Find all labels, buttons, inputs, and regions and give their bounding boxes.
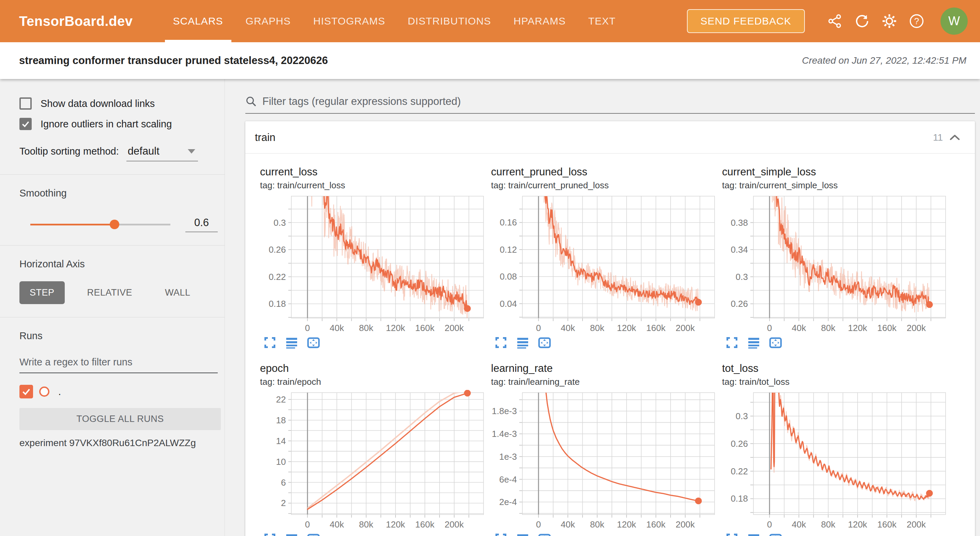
line-chart-tot_loss[interactable]: 0.180.220.260.3040k80k120k160k200k	[722, 390, 953, 530]
expand-chart-button[interactable]	[724, 531, 740, 536]
line-chart-current_loss[interactable]: 0.180.220.260.3040k80k120k160k200k	[260, 193, 491, 334]
expand-chart-button[interactable]	[262, 335, 278, 351]
tag-filter-bar	[245, 95, 975, 114]
svg-text:80k: 80k	[359, 323, 374, 333]
chart-title: epoch	[260, 362, 491, 374]
train-card-header[interactable]: train 11	[245, 121, 975, 154]
svg-text:120k: 120k	[386, 519, 405, 530]
header-actions: SEND FEEDBACK ?	[687, 8, 968, 35]
ignore-outliers-checkbox[interactable]: Ignore outliers in chart scaling	[19, 118, 218, 130]
line-chart-current_simple_loss[interactable]: 0.260.30.340.38040k80k120k160k200k	[722, 193, 953, 334]
svg-text:0: 0	[536, 519, 541, 530]
chart-card-learning_rate: learning_ratetag: train/learning_rate2e-…	[491, 362, 722, 536]
fit-domain-button[interactable]	[537, 531, 552, 536]
chevron-up-icon[interactable]	[949, 133, 961, 142]
svg-text:0.26: 0.26	[269, 244, 286, 255]
svg-text:0.18: 0.18	[730, 493, 748, 504]
svg-text:1.8e-3: 1.8e-3	[492, 406, 517, 416]
horizontal-axis-label: Horizontal Axis	[19, 258, 218, 270]
run-checkbox-checked[interactable]	[19, 385, 33, 398]
runs-label: Runs	[19, 330, 218, 341]
line-chart-current_pruned_loss[interactable]: 0.040.080.120.16040k80k120k160k200k	[491, 193, 722, 334]
line-chart-learning_rate[interactable]: 2e-46e-41e-31.4e-31.8e-3040k80k120k160k2…	[491, 390, 722, 530]
divider	[0, 317, 224, 317]
expand-chart-button[interactable]	[262, 531, 278, 536]
svg-text:2e-4: 2e-4	[499, 497, 517, 507]
lines-icon	[516, 532, 530, 536]
help-icon[interactable]: ?	[909, 14, 924, 29]
runs-list-button[interactable]	[515, 335, 531, 351]
chart-tag: tag: train/current_simple_loss	[722, 180, 953, 191]
fit-to-data-icon	[538, 532, 551, 536]
svg-text:0: 0	[536, 323, 541, 333]
svg-text:0.22: 0.22	[730, 466, 748, 476]
chart-title: current_pruned_loss	[491, 166, 722, 178]
svg-text:80k: 80k	[590, 519, 605, 530]
svg-text:160k: 160k	[415, 323, 435, 333]
svg-text:120k: 120k	[848, 323, 867, 333]
chart-toolbar	[260, 335, 491, 351]
share-icon[interactable]	[827, 14, 842, 29]
tab-scalars[interactable]: SCALARS	[170, 0, 227, 42]
send-feedback-button[interactable]: SEND FEEDBACK	[687, 9, 805, 33]
runs-list-button[interactable]	[284, 335, 299, 351]
fullscreen-icon	[725, 336, 739, 349]
tooltip-sorting-select[interactable]: default	[126, 145, 198, 162]
svg-text:0: 0	[767, 519, 772, 530]
runs-list-button[interactable]	[284, 531, 299, 536]
fullscreen-icon	[725, 532, 739, 536]
fit-to-data-icon	[769, 336, 783, 349]
slider-fill	[30, 224, 115, 225]
runs-filter-input[interactable]	[19, 357, 218, 373]
fit-domain-button[interactable]	[768, 335, 783, 351]
axis-option-relative[interactable]: RELATIVE	[77, 281, 143, 304]
divider	[0, 174, 224, 175]
main-area: train 11 current_losstag: train/current_…	[225, 79, 980, 536]
svg-text:0.3: 0.3	[274, 217, 286, 228]
chevron-down-icon	[188, 149, 195, 154]
tab-histograms[interactable]: HISTOGRAMS	[310, 0, 388, 42]
svg-text:40k: 40k	[330, 323, 345, 333]
expand-chart-button[interactable]	[493, 531, 509, 536]
checkbox-checked-icon[interactable]	[19, 118, 32, 130]
run-name: .	[58, 386, 61, 397]
slider-thumb[interactable]	[110, 220, 119, 229]
nav-tabs: SCALARSGRAPHSHISTOGRAMSDISTRIBUTIONSHPAR…	[170, 0, 635, 42]
refresh-icon[interactable]	[854, 14, 870, 29]
tab-distributions[interactable]: DISTRIBUTIONS	[404, 0, 495, 42]
lines-icon	[285, 336, 299, 349]
expand-chart-button[interactable]	[493, 335, 509, 351]
user-avatar[interactable]: W	[940, 8, 968, 35]
show-download-links-checkbox[interactable]: Show data download links	[19, 97, 218, 109]
settings-gear-icon[interactable]	[882, 14, 897, 29]
smoothing-value[interactable]: 0.6	[185, 217, 218, 232]
tab-graphs[interactable]: GRAPHS	[242, 0, 294, 42]
svg-text:0.16: 0.16	[500, 217, 517, 227]
line-chart-epoch[interactable]: 2610141822040k80k120k160k200k	[260, 390, 491, 530]
runs-list-button[interactable]	[746, 531, 762, 536]
checkbox-unchecked-icon[interactable]	[19, 97, 32, 109]
svg-text:40k: 40k	[561, 323, 576, 333]
runs-list-button[interactable]	[746, 335, 762, 351]
svg-text:200k: 200k	[676, 323, 695, 333]
expand-chart-button[interactable]	[724, 335, 740, 351]
axis-option-step[interactable]: STEP	[19, 281, 65, 304]
svg-text:200k: 200k	[907, 519, 926, 530]
axis-option-wall[interactable]: WALL	[155, 281, 201, 304]
fit-domain-button[interactable]	[537, 335, 552, 351]
fit-domain-button[interactable]	[305, 531, 321, 536]
chart-tag: tag: train/current_loss	[260, 180, 491, 191]
run-color-swatch[interactable]	[39, 387, 49, 397]
runs-list-button[interactable]	[515, 531, 531, 536]
svg-text:120k: 120k	[386, 323, 405, 333]
svg-text:0.3: 0.3	[736, 272, 748, 282]
tag-filter-input[interactable]	[262, 95, 975, 108]
tab-text[interactable]: TEXT	[585, 0, 619, 42]
toggle-all-runs-button[interactable]: TOGGLE ALL RUNS	[19, 408, 221, 430]
chart-title: current_loss	[260, 166, 491, 178]
fit-domain-button[interactable]	[768, 531, 783, 536]
svg-text:2: 2	[281, 498, 286, 508]
tab-hparams[interactable]: HPARAMS	[510, 0, 569, 42]
fit-domain-button[interactable]	[305, 335, 321, 351]
smoothing-slider[interactable]	[30, 224, 170, 225]
